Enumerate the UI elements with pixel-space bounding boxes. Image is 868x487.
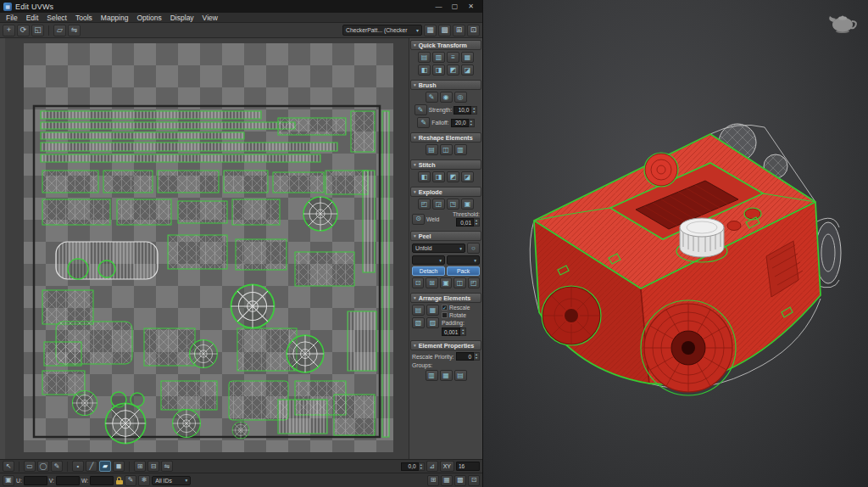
face-mode-button[interactable]: ▰ xyxy=(99,461,111,472)
scale-tool-button[interactable]: ◱ xyxy=(31,25,44,36)
space-elements-button[interactable]: ▦ xyxy=(461,52,474,63)
grid-snap-button[interactable]: ⊞ xyxy=(427,475,439,486)
pack-tight-button[interactable]: ▨ xyxy=(426,317,439,328)
maximize-button[interactable]: ▢ xyxy=(447,0,463,13)
rotate-checkbox[interactable]: Rotate xyxy=(442,312,480,318)
align-vertical-button[interactable]: ▥ xyxy=(432,52,445,63)
rollout-header-brush[interactable]: ▾ Brush xyxy=(410,80,481,90)
spinner-arrows-icon[interactable]: ▴▾ xyxy=(419,462,425,471)
uv-space-button[interactable]: ⊡ xyxy=(467,25,480,36)
grid-button[interactable]: ⊞ xyxy=(453,25,465,36)
align-right-button[interactable]: ◨ xyxy=(432,64,445,76)
titlebar[interactable]: ▦ Edit UVWs — ▢ ✕ xyxy=(0,0,482,13)
uv-canvas[interactable] xyxy=(0,38,409,459)
rotate-angle-spinner[interactable]: 0,0 ▴▾ xyxy=(401,462,425,471)
stitch-source-button[interactable]: ◨ xyxy=(432,171,445,182)
menu-display[interactable]: Display xyxy=(170,14,194,22)
flatten-by-face-button[interactable]: ◰ xyxy=(418,199,431,210)
menu-tools[interactable]: Tools xyxy=(75,14,92,22)
relax-brush-button[interactable]: ◉ xyxy=(440,92,453,103)
relax-tool-button[interactable]: ▥ xyxy=(454,144,467,155)
mirror-tool-button[interactable]: ⇋ xyxy=(68,25,81,36)
texture-dropdown[interactable]: CheckerPatt... (Checker ▾ xyxy=(342,25,422,36)
weld-button[interactable]: ⊙ xyxy=(412,214,425,225)
rollout-header-explode[interactable]: ▾ Explode xyxy=(410,187,481,197)
peel-option-5-button[interactable]: ◰ xyxy=(468,277,480,288)
absolute-mode-button[interactable]: ▣ xyxy=(3,475,14,486)
vertex-mode-button[interactable]: • xyxy=(72,461,84,472)
cursor-tool-button[interactable]: ↖ xyxy=(3,461,14,472)
pack-normalize-button[interactable]: ▤ xyxy=(412,305,425,316)
pack-full-button[interactable]: ▧ xyxy=(412,317,425,328)
peel-mode-dropdown[interactable]: ▾ xyxy=(412,255,445,265)
straighten-selection-button[interactable]: ▤ xyxy=(426,144,438,155)
pack-button[interactable]: Pack xyxy=(447,266,480,276)
w-field[interactable] xyxy=(90,476,114,485)
move-tool-button[interactable]: + xyxy=(3,25,15,36)
perpendicular-button[interactable]: ⊿ xyxy=(426,461,438,472)
pixel-snap-button[interactable]: ▩ xyxy=(454,475,466,486)
pack-together-button[interactable]: ▦ xyxy=(426,305,439,316)
menu-mapping[interactable]: Mapping xyxy=(101,14,129,22)
detach-button[interactable]: Detach xyxy=(412,266,445,276)
menu-options[interactable]: Options xyxy=(136,14,161,22)
spinner-arrows-icon[interactable]: ▴▾ xyxy=(460,327,466,336)
align-horizontal-button[interactable]: ▤ xyxy=(418,52,431,63)
grow-selection-button[interactable]: ⊞ xyxy=(134,461,146,472)
relax-until-flat-button[interactable]: ◫ xyxy=(440,144,453,155)
pelt-mode-dropdown[interactable]: ▾ xyxy=(447,255,480,265)
quick-peel-button[interactable]: ○ xyxy=(467,243,480,254)
paint-weights-button[interactable]: ✎ xyxy=(125,475,136,486)
peel-option-1-button[interactable]: ⊡ xyxy=(412,277,424,288)
peel-option-2-button[interactable]: ⊞ xyxy=(426,277,437,288)
rotate-tool-button[interactable]: ⟳ xyxy=(17,25,30,36)
u-field[interactable] xyxy=(24,476,47,485)
flatten-by-edge-button[interactable]: ◲ xyxy=(432,199,445,210)
spinner-arrows-icon[interactable]: ▴▾ xyxy=(474,218,480,227)
spinner-arrows-icon[interactable]: ▴▾ xyxy=(474,352,480,361)
rollout-header-peel[interactable]: ▾ Peel xyxy=(410,231,481,241)
circle-select-button[interactable]: ◯ xyxy=(37,461,49,472)
close-button[interactable]: ✕ xyxy=(463,0,479,13)
mirror-selection-button[interactable]: ⇋ xyxy=(161,461,173,472)
menu-select[interactable]: Select xyxy=(47,14,67,22)
rollout-header-quick-transform[interactable]: ▾ Quick Transform xyxy=(410,40,481,50)
unfold-method-dropdown[interactable]: Unfold ▾ xyxy=(412,244,465,253)
show-map-button[interactable]: ▦ xyxy=(424,25,437,36)
linear-align-button[interactable]: ≡ xyxy=(447,52,459,63)
ungroup-button[interactable]: ▦ xyxy=(440,370,453,381)
select-group-button[interactable]: ▤ xyxy=(454,370,467,381)
peel-option-3-button[interactable]: ▣ xyxy=(440,277,452,288)
show-grid-button[interactable]: ▦ xyxy=(441,475,453,486)
rollout-header-stitch[interactable]: ▾ Stitch xyxy=(410,160,481,170)
rollout-header-element-properties[interactable]: ▾ Element Properties xyxy=(410,340,481,350)
freeze-button[interactable]: ❄ xyxy=(138,475,150,486)
minimize-button[interactable]: — xyxy=(431,0,447,13)
snap-button[interactable]: ▩ xyxy=(438,25,451,36)
align-left-button[interactable]: ◧ xyxy=(418,64,431,76)
material-id-dropdown[interactable]: All IDs ▾ xyxy=(152,476,191,485)
rollout-header-arrange[interactable]: ▾ Arrange Elements xyxy=(410,293,481,303)
show-options-button[interactable]: ⊡ xyxy=(468,475,480,486)
rect-select-button[interactable]: ▭ xyxy=(24,461,36,472)
align-top-button[interactable]: ◩ xyxy=(447,64,459,76)
stitch-target-button[interactable]: ◪ xyxy=(461,171,474,182)
create-group-button[interactable]: ▥ xyxy=(426,370,438,381)
align-bottom-button[interactable]: ◪ xyxy=(461,64,474,76)
axis-toggle-button[interactable]: XY xyxy=(440,461,454,472)
menu-view[interactable]: View xyxy=(203,14,218,22)
viewport-3d[interactable] xyxy=(483,0,868,487)
paint-select-button[interactable]: ✎ xyxy=(51,461,63,472)
shrink-selection-button[interactable]: ⊟ xyxy=(147,461,159,472)
rescale-priority-spinner[interactable]: 0 ▴▾ xyxy=(456,352,480,361)
strength-spinner[interactable]: 10,0 ▴▾ xyxy=(453,106,477,115)
flatten-by-smoothing-button[interactable]: ◳ xyxy=(447,199,459,210)
peel-option-4-button[interactable]: ◫ xyxy=(453,277,465,288)
grid-size-field[interactable]: 16 xyxy=(456,462,480,471)
falloff-spinner[interactable]: 20,0 ▴▾ xyxy=(451,119,475,127)
threshold-spinner[interactable]: 0,01 ▴▾ xyxy=(456,218,480,227)
rescale-checkbox[interactable]: ✓ Rescale xyxy=(442,305,480,311)
menu-edit[interactable]: Edit xyxy=(26,14,39,22)
spinner-arrows-icon[interactable]: ▴▾ xyxy=(469,119,475,127)
lock-icon[interactable] xyxy=(115,477,123,484)
